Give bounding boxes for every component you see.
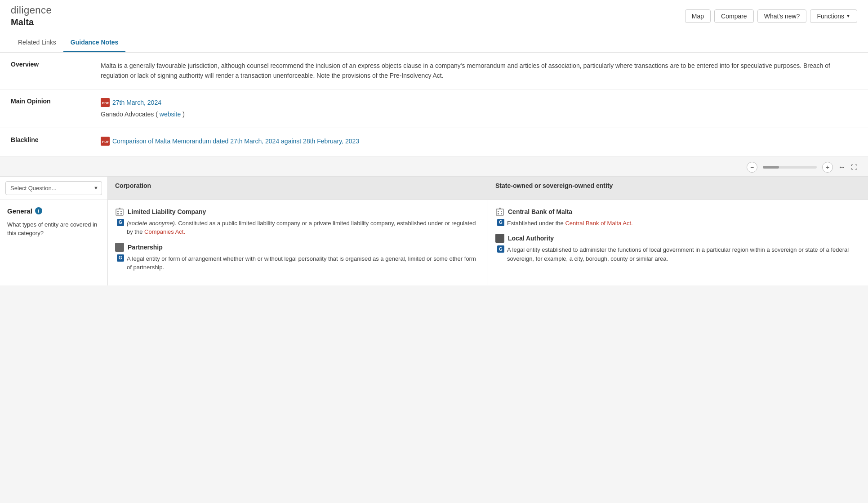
question-select[interactable]: Select Question... — [5, 181, 102, 195]
question-select-cell: Select Question... ▼ — [0, 177, 108, 200]
partnership-icon — [115, 243, 124, 252]
central-bank-g-badge: G — [497, 219, 504, 226]
local-authority-name: Local Authority — [508, 235, 554, 242]
column-headers-row: Select Question... ▼ Corporation State-o… — [0, 177, 868, 200]
blackline-link[interactable]: Comparison of Malta Memorandum dated 27t… — [112, 136, 359, 146]
resize-horizontal-icon[interactable]: ↔ — [838, 163, 846, 171]
llc-entity-block: Limited Liability Company G (societe ano… — [115, 207, 481, 236]
pdf-website-link[interactable]: website — [160, 111, 181, 118]
svg-rect-13 — [498, 213, 499, 214]
svg-rect-10 — [496, 209, 503, 215]
main-opinion-label: Main Opinion — [11, 98, 101, 105]
llc-detail-text: (societe anonyme). Constituted as a publ… — [127, 219, 481, 236]
zoom-slider[interactable] — [763, 166, 817, 169]
central-bank-entity-header: Central Bank of Malta — [495, 207, 861, 216]
overview-content: Malta is a generally favourable jurisdic… — [101, 61, 857, 81]
zoom-out-button[interactable]: − — [747, 162, 757, 173]
main-lower: Select Question... ▼ Corporation State-o… — [0, 177, 868, 285]
partnership-g-badge: G — [117, 254, 124, 262]
select-wrapper: Select Question... ▼ — [5, 181, 102, 195]
llc-name: Limited Liability Company — [128, 208, 206, 215]
blackline-link-row: PDF Comparison of Malta Memorandum dated… — [101, 136, 857, 146]
svg-rect-15 — [499, 208, 501, 209]
question-column: General i What types of entity are cover… — [0, 200, 108, 285]
svg-rect-8 — [120, 213, 122, 214]
svg-text:PDF: PDF — [102, 140, 109, 144]
companies-act-link[interactable]: Companies Act. — [144, 228, 185, 235]
tab-guidance-notes[interactable]: Guidance Notes — [63, 33, 126, 52]
zoom-controls: − + ↔ ⛶ — [0, 158, 868, 177]
tabs-section: Related Links Guidance Notes — [0, 33, 868, 53]
svg-rect-4 — [116, 209, 123, 215]
zoom-slider-container — [763, 166, 817, 169]
partnership-entity-block: Partnership G A legal entity or form of … — [115, 243, 481, 272]
content-area: General i What types of entity are cover… — [0, 200, 868, 285]
main-opinion-content: PDF 27th March, 2024 Ganado Advocates ( … — [101, 98, 857, 120]
local-authority-entity-block: Local Authority G A legal entity establi… — [495, 234, 861, 263]
partnership-name: Partnership — [128, 244, 163, 251]
llc-detail-1: G (societe anonyme). Constituted as a pu… — [115, 219, 481, 236]
pdf-link-row: PDF 27th March, 2024 — [101, 98, 857, 107]
central-bank-detail-1: G Established under the Central Bank of … — [495, 219, 861, 228]
svg-rect-12 — [501, 211, 502, 212]
header: diligence Malta Map Compare What's new? … — [0, 0, 868, 33]
partnership-entity-header: Partnership — [115, 243, 481, 252]
blackline-row: Blackline PDF Comparison of Malta Memora… — [0, 128, 868, 156]
pdf-date-link[interactable]: 27th March, 2024 — [112, 98, 161, 107]
svg-rect-7 — [117, 213, 119, 214]
llc-entity-header: Limited Liability Company — [115, 207, 481, 216]
general-section-heading: General i — [7, 207, 100, 215]
map-button[interactable]: Map — [685, 9, 711, 23]
local-authority-icon — [495, 234, 504, 243]
svg-rect-6 — [120, 211, 122, 212]
central-bank-entity-block: Central Bank of Malta G Established unde… — [495, 207, 861, 228]
state-owned-answer-column: Central Bank of Malta G Established unde… — [488, 200, 868, 285]
page-title: Malta — [11, 17, 52, 27]
state-owned-column-header: State-owned or sovereign-owned entity — [488, 177, 868, 200]
blackline-content: PDF Comparison of Malta Memorandum dated… — [101, 136, 857, 148]
central-bank-building-icon — [495, 207, 504, 216]
zoom-slider-fill — [763, 166, 779, 169]
general-info-icon[interactable]: i — [35, 207, 42, 214]
app-name: diligence — [11, 4, 52, 16]
tab-related-links[interactable]: Related Links — [11, 33, 63, 52]
central-bank-act-link[interactable]: Central Bank of Malta Act. — [565, 220, 632, 227]
corporation-answer-column: Limited Liability Company G (societe ano… — [108, 200, 488, 285]
svg-text:PDF: PDF — [102, 101, 109, 105]
blackline-pdf-icon: PDF — [101, 137, 110, 146]
central-bank-detail-text: Established under the Central Bank of Ma… — [507, 219, 633, 228]
partnership-detail-text: A legal entity or form of arrangement wh… — [127, 254, 481, 272]
svg-rect-9 — [119, 208, 120, 209]
header-left: diligence Malta — [11, 4, 52, 27]
local-authority-g-badge: G — [497, 245, 504, 253]
main-opinion-row: Main Opinion PDF 27th March, 2024 Ganado… — [0, 89, 868, 128]
llc-building-icon — [115, 207, 124, 216]
overview-row: Overview Malta is a generally favourable… — [0, 53, 868, 89]
partnership-detail-1: G A legal entity or form of arrangement … — [115, 254, 481, 272]
compare-button[interactable]: Compare — [714, 9, 754, 23]
whats-new-button[interactable]: What's new? — [757, 9, 807, 23]
expand-icon[interactable]: ⛶ — [851, 164, 857, 171]
local-authority-detail-1: G A legal entity established to administ… — [495, 245, 861, 263]
general-question-text: What types of entity are covered in this… — [7, 220, 100, 238]
llc-g-badge: G — [117, 219, 124, 226]
header-right: Map Compare What's new? Functions ▼ — [685, 9, 857, 23]
svg-rect-14 — [501, 213, 502, 214]
local-authority-entity-header: Local Authority — [495, 234, 861, 243]
functions-button[interactable]: Functions ▼ — [810, 9, 857, 23]
blackline-label: Blackline — [11, 136, 101, 143]
local-authority-detail-text: A legal entity established to administer… — [507, 245, 861, 263]
overview-label: Overview — [11, 61, 101, 68]
chevron-down-icon: ▼ — [846, 13, 850, 18]
info-section: Overview Malta is a generally favourable… — [0, 53, 868, 156]
pdf-icon: PDF — [101, 98, 110, 107]
zoom-in-button[interactable]: + — [822, 162, 833, 173]
central-bank-name: Central Bank of Malta — [508, 208, 572, 215]
svg-rect-11 — [498, 211, 499, 212]
corporation-column-header: Corporation — [108, 177, 488, 200]
pdf-firm-row: Ganado Advocates ( website ) — [101, 109, 857, 119]
svg-rect-5 — [117, 211, 119, 212]
